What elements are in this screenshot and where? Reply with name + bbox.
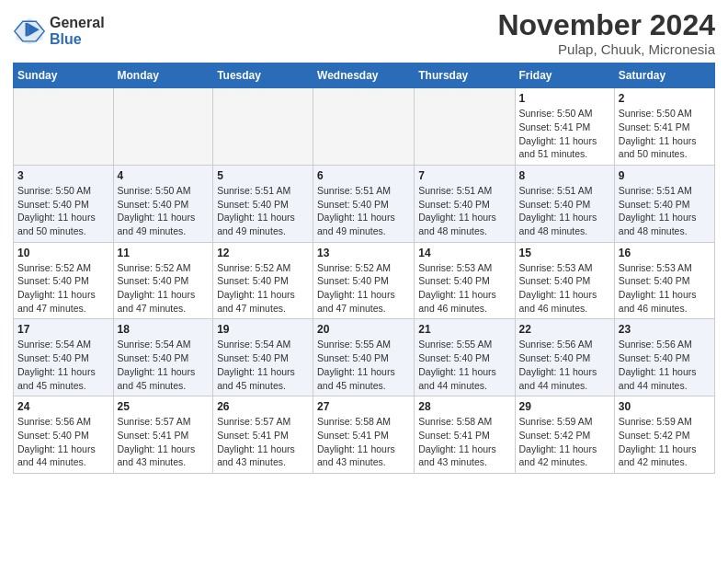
day-number: 3 [17, 169, 109, 182]
calendar-week-1: 1Sunrise: 5:50 AM Sunset: 5:41 PM Daylig… [14, 88, 715, 166]
calendar-cell: 12Sunrise: 5:52 AM Sunset: 5:40 PM Dayli… [213, 242, 313, 319]
day-number: 26 [217, 400, 309, 413]
day-info: Sunrise: 5:50 AM Sunset: 5:41 PM Dayligh… [619, 107, 711, 161]
day-number: 6 [317, 169, 410, 182]
calendar-cell [213, 88, 313, 166]
calendar-week-2: 3Sunrise: 5:50 AM Sunset: 5:40 PM Daylig… [14, 165, 715, 242]
calendar-body: 1Sunrise: 5:50 AM Sunset: 5:41 PM Daylig… [14, 88, 715, 474]
calendar-page: General Blue November 2024 Pulap, Chuuk,… [0, 0, 728, 487]
day-number: 24 [17, 400, 109, 413]
day-number: 2 [619, 92, 711, 105]
day-info: Sunrise: 5:58 AM Sunset: 5:41 PM Dayligh… [317, 415, 410, 469]
day-number: 18 [118, 323, 210, 336]
day-info: Sunrise: 5:52 AM Sunset: 5:40 PM Dayligh… [317, 261, 410, 316]
day-info: Sunrise: 5:56 AM Sunset: 5:40 PM Dayligh… [17, 415, 109, 469]
day-number: 30 [619, 400, 711, 413]
calendar-cell: 10Sunrise: 5:52 AM Sunset: 5:40 PM Dayli… [14, 242, 114, 319]
calendar-week-5: 24Sunrise: 5:56 AM Sunset: 5:40 PM Dayli… [14, 396, 715, 474]
calendar-cell: 2Sunrise: 5:50 AM Sunset: 5:41 PM Daylig… [614, 88, 714, 166]
day-info: Sunrise: 5:59 AM Sunset: 5:42 PM Dayligh… [519, 415, 610, 469]
day-number: 1 [519, 92, 610, 105]
day-number: 9 [619, 169, 711, 182]
day-number: 16 [619, 247, 711, 259]
calendar-cell: 21Sunrise: 5:55 AM Sunset: 5:40 PM Dayli… [415, 319, 515, 396]
logo-general: General [50, 15, 105, 30]
day-info: Sunrise: 5:52 AM Sunset: 5:40 PM Dayligh… [118, 261, 210, 316]
day-number: 17 [17, 323, 109, 336]
logo: General Blue [13, 9, 105, 48]
day-number: 22 [519, 323, 610, 336]
day-number: 19 [217, 323, 309, 336]
day-number: 28 [418, 400, 510, 413]
day-info: Sunrise: 5:50 AM Sunset: 5:40 PM Dayligh… [17, 184, 109, 238]
day-info: Sunrise: 5:50 AM Sunset: 5:40 PM Dayligh… [118, 184, 210, 238]
calendar-cell: 8Sunrise: 5:51 AM Sunset: 5:40 PM Daylig… [515, 165, 614, 242]
day-info: Sunrise: 5:53 AM Sunset: 5:40 PM Dayligh… [519, 261, 610, 316]
day-number: 14 [418, 247, 510, 259]
day-number: 10 [17, 247, 109, 259]
header: General Blue November 2024 Pulap, Chuuk,… [13, 9, 715, 57]
day-number: 12 [217, 247, 309, 259]
calendar-cell [14, 88, 114, 166]
day-info: Sunrise: 5:54 AM Sunset: 5:40 PM Dayligh… [217, 338, 309, 392]
weekday-header-tuesday: Tuesday [213, 63, 313, 88]
calendar-cell: 16Sunrise: 5:53 AM Sunset: 5:40 PM Dayli… [614, 242, 714, 319]
calendar-cell: 22Sunrise: 5:56 AM Sunset: 5:40 PM Dayli… [515, 319, 614, 396]
calendar-cell: 3Sunrise: 5:50 AM Sunset: 5:40 PM Daylig… [14, 165, 114, 242]
day-info: Sunrise: 5:55 AM Sunset: 5:40 PM Dayligh… [418, 338, 510, 392]
title-block: November 2024 Pulap, Chuuk, Micronesia [497, 9, 715, 57]
day-number: 4 [118, 169, 210, 182]
day-info: Sunrise: 5:51 AM Sunset: 5:40 PM Dayligh… [317, 184, 410, 238]
day-info: Sunrise: 5:54 AM Sunset: 5:40 PM Dayligh… [17, 338, 109, 392]
day-number: 11 [118, 247, 210, 259]
day-number: 7 [418, 169, 510, 182]
day-info: Sunrise: 5:57 AM Sunset: 5:41 PM Dayligh… [217, 415, 309, 469]
calendar-cell: 19Sunrise: 5:54 AM Sunset: 5:40 PM Dayli… [213, 319, 313, 396]
weekday-header-thursday: Thursday [415, 63, 515, 88]
day-info: Sunrise: 5:54 AM Sunset: 5:40 PM Dayligh… [118, 338, 210, 392]
calendar-cell: 25Sunrise: 5:57 AM Sunset: 5:41 PM Dayli… [113, 396, 213, 474]
day-info: Sunrise: 5:52 AM Sunset: 5:40 PM Dayligh… [17, 261, 109, 316]
calendar-cell: 20Sunrise: 5:55 AM Sunset: 5:40 PM Dayli… [313, 319, 415, 396]
calendar-cell: 5Sunrise: 5:51 AM Sunset: 5:40 PM Daylig… [213, 165, 313, 242]
weekday-header-friday: Friday [515, 63, 614, 88]
weekday-header-monday: Monday [113, 63, 213, 88]
calendar-week-3: 10Sunrise: 5:52 AM Sunset: 5:40 PM Dayli… [14, 242, 715, 319]
day-info: Sunrise: 5:51 AM Sunset: 5:40 PM Dayligh… [217, 184, 309, 238]
logo-icon [13, 15, 46, 48]
calendar-cell: 4Sunrise: 5:50 AM Sunset: 5:40 PM Daylig… [113, 165, 213, 242]
calendar-cell: 29Sunrise: 5:59 AM Sunset: 5:42 PM Dayli… [515, 396, 614, 474]
day-number: 20 [317, 323, 410, 336]
calendar-cell: 24Sunrise: 5:56 AM Sunset: 5:40 PM Dayli… [14, 396, 114, 474]
day-number: 8 [519, 169, 610, 182]
day-number: 5 [217, 169, 309, 182]
calendar-cell: 23Sunrise: 5:56 AM Sunset: 5:40 PM Dayli… [614, 319, 714, 396]
day-info: Sunrise: 5:50 AM Sunset: 5:41 PM Dayligh… [519, 107, 610, 161]
calendar-cell: 27Sunrise: 5:58 AM Sunset: 5:41 PM Dayli… [313, 396, 415, 474]
day-number: 15 [519, 247, 610, 259]
weekday-header-wednesday: Wednesday [313, 63, 415, 88]
day-number: 25 [118, 400, 210, 413]
day-number: 29 [519, 400, 610, 413]
day-number: 21 [418, 323, 510, 336]
calendar-cell: 28Sunrise: 5:58 AM Sunset: 5:41 PM Dayli… [415, 396, 515, 474]
logo-text: General Blue [50, 15, 105, 47]
location-subtitle: Pulap, Chuuk, Micronesia [497, 41, 715, 57]
calendar-cell: 7Sunrise: 5:51 AM Sunset: 5:40 PM Daylig… [415, 165, 515, 242]
calendar-cell [415, 88, 515, 166]
calendar-cell: 13Sunrise: 5:52 AM Sunset: 5:40 PM Dayli… [313, 242, 415, 319]
calendar-cell [113, 88, 213, 166]
day-info: Sunrise: 5:53 AM Sunset: 5:40 PM Dayligh… [619, 261, 711, 316]
day-info: Sunrise: 5:55 AM Sunset: 5:40 PM Dayligh… [317, 338, 410, 392]
day-info: Sunrise: 5:51 AM Sunset: 5:40 PM Dayligh… [418, 184, 510, 238]
day-number: 27 [317, 400, 410, 413]
calendar-cell: 17Sunrise: 5:54 AM Sunset: 5:40 PM Dayli… [14, 319, 114, 396]
calendar-cell: 9Sunrise: 5:51 AM Sunset: 5:40 PM Daylig… [614, 165, 714, 242]
calendar-cell: 30Sunrise: 5:59 AM Sunset: 5:42 PM Dayli… [614, 396, 714, 474]
calendar-cell: 26Sunrise: 5:57 AM Sunset: 5:41 PM Dayli… [213, 396, 313, 474]
weekday-header-sunday: Sunday [14, 63, 114, 88]
svg-rect-3 [26, 23, 28, 36]
calendar-cell: 1Sunrise: 5:50 AM Sunset: 5:41 PM Daylig… [515, 88, 614, 166]
day-info: Sunrise: 5:56 AM Sunset: 5:40 PM Dayligh… [519, 338, 610, 392]
calendar-cell: 11Sunrise: 5:52 AM Sunset: 5:40 PM Dayli… [113, 242, 213, 319]
